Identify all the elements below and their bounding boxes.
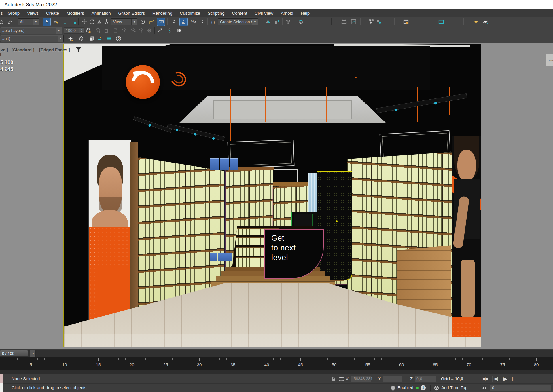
material-editor-icon[interactable] bbox=[375, 18, 383, 26]
x-coordinate-field[interactable]: -58348,281 bbox=[351, 376, 371, 382]
region-rect-icon[interactable] bbox=[61, 18, 69, 26]
state-set-dropdown[interactable]: ault)▼ bbox=[0, 35, 64, 42]
play-button[interactable]: ▶ bbox=[503, 374, 507, 383]
layer-trash-icon[interactable] bbox=[103, 27, 110, 34]
percent-snap-icon[interactable]: % bbox=[189, 18, 197, 26]
window-crossing-icon[interactable] bbox=[70, 18, 78, 26]
chevron-down-icon[interactable]: ▼ bbox=[58, 35, 63, 42]
menu-item-create[interactable]: Create bbox=[42, 9, 63, 17]
render-iterative-icon[interactable] bbox=[481, 18, 489, 26]
undo-icon[interactable] bbox=[0, 18, 5, 26]
timeline-ruler[interactable]: 5101520253035404550556065707580 bbox=[0, 357, 553, 370]
scene-explorer-icon[interactable] bbox=[284, 18, 292, 26]
time-slider-track[interactable] bbox=[0, 350, 553, 357]
state-copy-icon[interactable] bbox=[88, 35, 96, 43]
select-by-name-icon[interactable] bbox=[52, 18, 60, 26]
add-time-tag[interactable]: Add Time Tag bbox=[441, 383, 467, 392]
rendered-frame-icon[interactable] bbox=[437, 18, 445, 26]
mini-listener-pink[interactable] bbox=[0, 374, 3, 383]
viewport-perspective[interactable]: Get to next level ve ] [Standar bbox=[0, 43, 553, 349]
y-coordinate-field[interactable] bbox=[383, 376, 402, 382]
state-list-icon[interactable] bbox=[105, 35, 113, 43]
selection-filter-dropdown[interactable]: All▼ bbox=[18, 18, 39, 25]
spinner-arrows-icon[interactable]: ▲▼ bbox=[79, 28, 84, 33]
layer-freeze-icon[interactable] bbox=[146, 27, 153, 34]
select-place-icon[interactable] bbox=[102, 18, 110, 26]
isolate-selection-icon[interactable] bbox=[156, 27, 163, 34]
absolute-offset-toggle-icon[interactable] bbox=[338, 376, 344, 382]
ruler-tick bbox=[179, 358, 179, 360]
menu-item-help[interactable]: Help bbox=[297, 9, 313, 17]
move-icon[interactable] bbox=[80, 18, 88, 26]
schematic-view-icon[interactable] bbox=[367, 18, 375, 26]
viewcube[interactable]: FRONT bbox=[546, 54, 553, 66]
percent-field[interactable]: 100,0▲▼ bbox=[64, 27, 84, 34]
viewport-label-shading[interactable]: [Standard ] bbox=[12, 47, 34, 52]
keyboard-override-icon[interactable] bbox=[157, 18, 165, 26]
chevron-down-icon[interactable]: ▼ bbox=[56, 27, 62, 34]
rotate-icon[interactable] bbox=[88, 18, 96, 26]
previous-frame-button[interactable]: ◀|| bbox=[494, 374, 497, 383]
snaps-toggle-icon[interactable]: 2 bbox=[170, 18, 178, 26]
states-stack-icon[interactable] bbox=[77, 35, 85, 43]
selection-lock-icon[interactable] bbox=[330, 376, 336, 382]
menu-item-arnold[interactable]: Arnold bbox=[277, 9, 297, 17]
render-production-icon[interactable] bbox=[472, 18, 480, 26]
menu-item-scripting[interactable]: Scripting bbox=[204, 9, 228, 17]
mini-listener-white[interactable] bbox=[0, 383, 3, 392]
enabled-count-badge[interactable]: 1 bbox=[421, 385, 426, 390]
select-object-icon[interactable] bbox=[43, 18, 51, 26]
render-setup-icon[interactable] bbox=[402, 18, 410, 26]
mirror-icon[interactable] bbox=[264, 18, 272, 26]
help-icon[interactable]: ? bbox=[115, 35, 122, 43]
menu-item-content[interactable]: Content bbox=[228, 9, 251, 17]
menu-item-civil-view[interactable]: Civil View bbox=[251, 9, 277, 17]
ruler-frame-label: 25 bbox=[163, 362, 168, 367]
layer-plus-icon[interactable] bbox=[94, 27, 101, 34]
z-coordinate-field[interactable]: 0,0 bbox=[415, 376, 436, 382]
curve-editor-icon[interactable] bbox=[349, 18, 357, 26]
menu-item-s[interactable]: s bbox=[0, 9, 4, 17]
angle-snap-icon[interactable]: 2 bbox=[179, 18, 188, 26]
chevron-down-icon[interactable]: ▼ bbox=[33, 19, 39, 25]
menu-item-views[interactable]: Views bbox=[23, 9, 42, 17]
current-frame-field[interactable]: 0 bbox=[490, 385, 551, 391]
layer-addsel-icon[interactable] bbox=[130, 27, 137, 34]
menu-item-customize[interactable]: Customize bbox=[176, 9, 204, 17]
viewcube-face-label[interactable]: FRONT bbox=[549, 59, 553, 62]
link-icon[interactable] bbox=[6, 18, 14, 26]
align-icon[interactable] bbox=[273, 18, 281, 26]
chevron-down-icon[interactable]: ▼ bbox=[252, 19, 258, 25]
layer-list-dropdown[interactable]: able Layers)▼ bbox=[0, 27, 62, 34]
menu-item-modifiers[interactable]: Modifiers bbox=[63, 9, 88, 17]
named-sets-icon[interactable]: { } bbox=[209, 18, 217, 26]
spinner-snap-icon[interactable] bbox=[198, 18, 206, 26]
viewport-label-style[interactable]: [Edged Faces ] bbox=[39, 47, 70, 52]
create-selection-set-dropdown[interactable]: Create Selection Set▼ bbox=[218, 18, 258, 25]
key-mode-toggle-icon[interactable] bbox=[481, 385, 487, 391]
dolly-view-icon[interactable] bbox=[175, 27, 182, 34]
menu-item-animation[interactable]: Animation bbox=[88, 9, 115, 17]
render-state-icon[interactable] bbox=[96, 35, 103, 43]
ribbon-icon[interactable] bbox=[340, 18, 348, 26]
next-frame-button[interactable]: > bbox=[30, 350, 36, 357]
manipulate-icon[interactable] bbox=[148, 18, 156, 26]
time-slider-handle[interactable]: 0 / 100 bbox=[0, 350, 28, 356]
go-to-start-button[interactable]: |◀◀ bbox=[482, 374, 488, 383]
layer-explorer-icon[interactable] bbox=[297, 18, 305, 26]
chevron-down-icon[interactable]: ▼ bbox=[131, 19, 137, 25]
enabled-green-dot[interactable] bbox=[416, 387, 419, 389]
scale-icon[interactable] bbox=[95, 18, 103, 26]
menu-item-rendering[interactable]: Rendering bbox=[149, 9, 176, 17]
state-plus-icon[interactable] bbox=[67, 35, 74, 43]
menu-item-group[interactable]: Group bbox=[4, 9, 24, 17]
selection-center-icon[interactable] bbox=[166, 27, 173, 34]
menu-item-graph-editors[interactable]: Graph Editors bbox=[115, 9, 149, 17]
reference-coordinate-dropdown[interactable]: View▼ bbox=[111, 18, 137, 25]
layer-doc-icon[interactable] bbox=[112, 27, 119, 34]
viewport-label-fragment[interactable]: ve ] bbox=[1, 47, 8, 52]
layer-getsel-icon[interactable] bbox=[138, 27, 145, 34]
manage-layers-icon[interactable] bbox=[85, 27, 92, 34]
layer-stack2-icon[interactable] bbox=[121, 27, 128, 34]
use-center-icon[interactable] bbox=[139, 18, 147, 26]
